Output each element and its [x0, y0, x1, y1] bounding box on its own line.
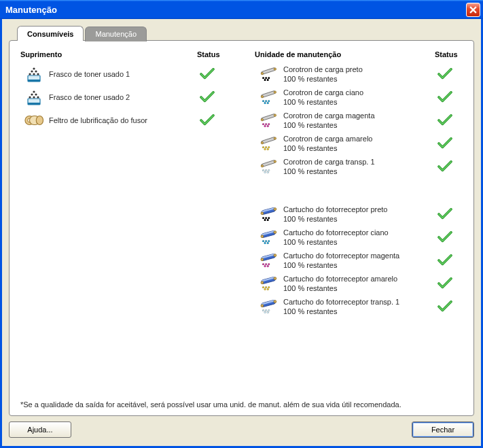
- status-ok-icon: [435, 254, 463, 266]
- maint-label: Corotron de carga magenta100 % restantes: [282, 111, 435, 130]
- maint-unit-icon: [255, 88, 282, 107]
- status-ok-icon: [435, 68, 463, 80]
- close-button[interactable]: Fechar: [412, 421, 474, 438]
- status-ok-icon: [435, 208, 463, 220]
- supply-row: Frasco de toner usado 1: [20, 63, 255, 86]
- maint-sublabel: 100 % restantes: [283, 167, 435, 176]
- svg-point-50: [265, 169, 267, 171]
- status-ok-icon: [435, 91, 463, 103]
- svg-point-32: [264, 79, 266, 81]
- maint-row: Cartucho do fotorreceptor magenta100 % r…: [255, 249, 463, 272]
- maint-label: Cartucho do fotorreceptor magenta100 % r…: [282, 251, 435, 270]
- maint-label: Corotron de carga transp. 1100 % restant…: [282, 157, 435, 176]
- svg-point-51: [268, 169, 270, 171]
- svg-point-46: [268, 146, 270, 148]
- status-ok-icon: [197, 114, 255, 126]
- maint-label: Cartucho do fotorreceptor amarelo100 % r…: [282, 274, 435, 293]
- svg-point-77: [264, 311, 266, 313]
- maint-unit-icon: [255, 65, 282, 84]
- svg-point-71: [268, 286, 270, 288]
- svg-point-40: [265, 123, 267, 125]
- svg-point-60: [265, 240, 267, 242]
- maint-sublabel: 100 % restantes: [283, 143, 435, 153]
- tab-maintenance[interactable]: Manutenção: [85, 27, 147, 41]
- maint-label: Cartucho do fotorreceptor preto100 % res…: [282, 205, 435, 224]
- svg-point-45: [265, 146, 267, 148]
- header-status-left: Status: [197, 50, 255, 58]
- svg-point-37: [264, 102, 266, 104]
- window-title: Manutenção: [5, 5, 466, 15]
- header-maint-unit: Unidade de manutenção: [255, 50, 435, 58]
- tab-bar: Consumíveis Manutenção: [17, 26, 474, 41]
- maint-row: Cartucho do fotorreceptor preto100 % res…: [255, 203, 463, 226]
- supply-row: Feltro de lubrificação do fusor: [20, 109, 255, 132]
- maint-label: Corotron de carga amarelo100 % restantes: [282, 134, 435, 153]
- help-button[interactable]: Ajuda...: [9, 421, 71, 438]
- svg-point-38: [267, 102, 269, 104]
- svg-point-29: [262, 77, 264, 79]
- svg-point-70: [265, 286, 267, 288]
- maint-row: Cartucho do fotorreceptor ciano100 % res…: [255, 226, 463, 249]
- maint-row: Cartucho do fotorreceptor transp. 1100 %…: [255, 295, 463, 318]
- svg-point-31: [268, 77, 270, 79]
- svg-point-53: [267, 171, 269, 173]
- svg-point-41: [268, 123, 270, 125]
- svg-point-72: [264, 288, 266, 290]
- fuser-felt-icon: [20, 111, 48, 130]
- maint-label: Corotron de carga preto100 % restantes: [282, 65, 435, 84]
- svg-point-59: [262, 240, 264, 242]
- svg-point-44: [262, 146, 264, 148]
- status-ok-icon: [435, 137, 463, 150]
- svg-point-48: [267, 148, 269, 150]
- status-ok-icon: [197, 68, 255, 80]
- svg-point-49: [262, 169, 264, 171]
- svg-point-68: [267, 265, 269, 267]
- svg-point-67: [264, 265, 266, 267]
- waste-bottle-icon: [20, 65, 48, 84]
- supply-row: Frasco de toner usado 2: [20, 86, 255, 109]
- status-ok-icon: [435, 231, 463, 243]
- svg-point-55: [265, 217, 267, 219]
- svg-point-64: [262, 263, 264, 265]
- maint-row: Corotron de carga magenta100 % restantes: [255, 109, 463, 132]
- svg-point-62: [264, 242, 266, 244]
- button-bar: Ajuda... Fechar: [9, 421, 474, 438]
- status-ok-icon: [435, 300, 463, 313]
- svg-point-76: [268, 309, 270, 311]
- maint-sublabel: 100 % restantes: [283, 97, 435, 107]
- svg-point-65: [265, 263, 267, 265]
- svg-point-33: [267, 79, 269, 81]
- tab-consumables[interactable]: Consumíveis: [17, 26, 84, 41]
- svg-point-57: [264, 219, 266, 221]
- maint-unit-icon: [255, 228, 282, 247]
- maint-sublabel: 100 % restantes: [283, 120, 435, 130]
- status-ok-icon: [435, 160, 463, 173]
- maint-sublabel: 100 % restantes: [283, 283, 435, 293]
- svg-point-73: [267, 288, 269, 290]
- svg-point-61: [268, 240, 270, 242]
- svg-point-39: [262, 123, 264, 125]
- maint-unit-icon: [255, 111, 282, 130]
- maint-row: Corotron de carga transp. 1100 % restant…: [255, 155, 463, 178]
- maint-row: Corotron de carga amarelo100 % restantes: [255, 132, 463, 155]
- maint-unit-icon: [255, 157, 282, 176]
- maint-sublabel: 100 % restantes: [283, 260, 435, 270]
- footnote-text: *Se a qualidade da saída for aceitável, …: [20, 400, 463, 409]
- maint-unit-icon: [255, 251, 282, 270]
- svg-point-66: [268, 263, 270, 265]
- svg-point-34: [262, 100, 264, 102]
- header-status-right: Status: [435, 50, 463, 58]
- svg-point-78: [267, 311, 269, 313]
- maint-label: Cartucho do fotorreceptor transp. 1100 %…: [282, 297, 435, 316]
- svg-point-69: [262, 286, 264, 288]
- supply-label: Frasco de toner usado 2: [48, 93, 197, 101]
- svg-point-63: [267, 242, 269, 244]
- close-icon[interactable]: [466, 3, 480, 17]
- svg-point-43: [267, 125, 269, 127]
- maint-unit-icon: [255, 297, 282, 316]
- waste-bottle-icon: [20, 88, 48, 107]
- maintenance-column: Unidade de manutenção Status Corotron de…: [255, 50, 463, 318]
- svg-point-75: [265, 309, 267, 311]
- status-ok-icon: [435, 277, 463, 290]
- maint-sublabel: 100 % restantes: [283, 74, 435, 84]
